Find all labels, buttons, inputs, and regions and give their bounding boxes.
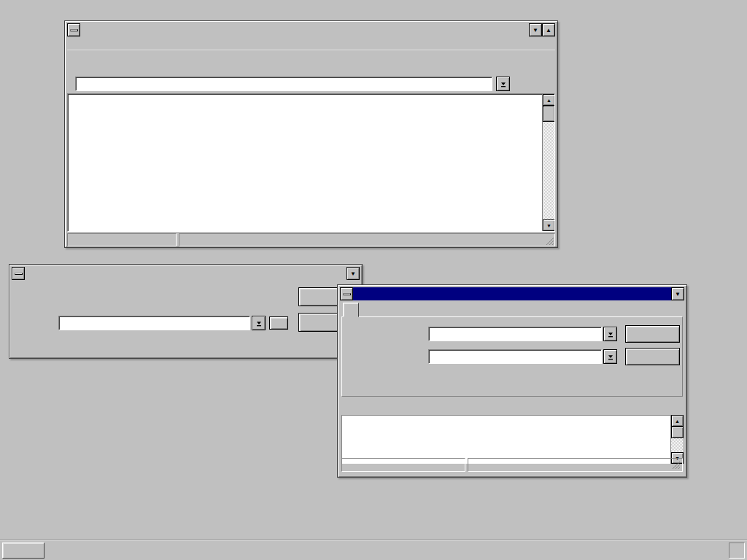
find-statusbar: [341, 458, 683, 472]
search-button[interactable]: [625, 325, 680, 343]
results-header: [341, 402, 683, 415]
results-table: ▲ ▼: [341, 402, 683, 464]
resize-grip-icon[interactable]: [672, 461, 681, 470]
search-for-dropdown-button[interactable]: [603, 327, 617, 341]
scroll-thumb[interactable]: [671, 427, 684, 438]
results-scrollbar[interactable]: ▲ ▼: [670, 415, 683, 464]
minimize-button[interactable]: ▼: [529, 23, 542, 36]
address-bar: [67, 74, 555, 93]
find-files-dialog: ▼: [337, 284, 687, 478]
taskbar: [0, 540, 747, 560]
dropdown-arrow-icon: [499, 79, 508, 88]
find-titlebar[interactable]: ▼: [340, 287, 684, 300]
scroll-thumb[interactable]: [543, 106, 555, 122]
minimize-button[interactable]: ▼: [347, 267, 360, 280]
run-titlebar[interactable]: ▼: [12, 267, 360, 280]
scroll-up-button[interactable]: ▲: [543, 94, 555, 106]
scroll-up-button[interactable]: ▲: [671, 415, 684, 427]
explorer-window: ▼ ▲ ▲ ▼: [64, 20, 558, 248]
open-dropdown-button[interactable]: [252, 316, 266, 330]
file-area-scrollbar[interactable]: ▲ ▼: [542, 94, 554, 231]
open-input[interactable]: [58, 316, 250, 330]
menu-bar: [67, 36, 555, 50]
dropdown-arrow-icon: [606, 330, 615, 338]
status-objects: [67, 233, 177, 246]
minimize-button[interactable]: ▼: [671, 287, 684, 300]
dropdown-arrow-icon: [255, 319, 263, 327]
address-dropdown-button[interactable]: [496, 77, 510, 91]
items-found-status: [341, 458, 465, 472]
explorer-titlebar[interactable]: ▼ ▲: [67, 23, 555, 36]
address-input[interactable]: [75, 77, 492, 91]
browse-button[interactable]: [269, 316, 288, 330]
tab-name-location[interactable]: [343, 303, 359, 317]
start-from-input[interactable]: [428, 349, 602, 364]
folder-grid: [71, 97, 540, 230]
start-from-dropdown-button[interactable]: [603, 349, 617, 364]
system-menu-button[interactable]: [340, 287, 353, 300]
status-selection: [179, 233, 555, 246]
toolbar: [67, 50, 555, 74]
file-list-area: ▲ ▼: [67, 93, 555, 232]
system-menu-icon: [343, 293, 351, 295]
run-program-dialog: ▼: [9, 264, 363, 359]
system-tray: [729, 542, 745, 559]
system-menu-button[interactable]: [12, 267, 25, 280]
scroll-down-button[interactable]: ▼: [543, 219, 555, 231]
selected-status: [468, 458, 683, 472]
maximize-button[interactable]: ▲: [542, 23, 555, 36]
name-location-panel: [341, 316, 683, 397]
dropdown-arrow-icon: [606, 352, 615, 361]
system-menu-button[interactable]: [67, 23, 80, 36]
results-list: [341, 415, 683, 464]
system-menu-icon: [70, 29, 78, 31]
search-for-input[interactable]: [428, 327, 602, 341]
resize-grip-icon[interactable]: [546, 237, 554, 246]
system-menu-icon: [15, 273, 23, 275]
find-cancel-button[interactable]: [625, 348, 680, 365]
explorer-statusbar: [67, 232, 555, 246]
start-button[interactable]: [2, 542, 44, 559]
